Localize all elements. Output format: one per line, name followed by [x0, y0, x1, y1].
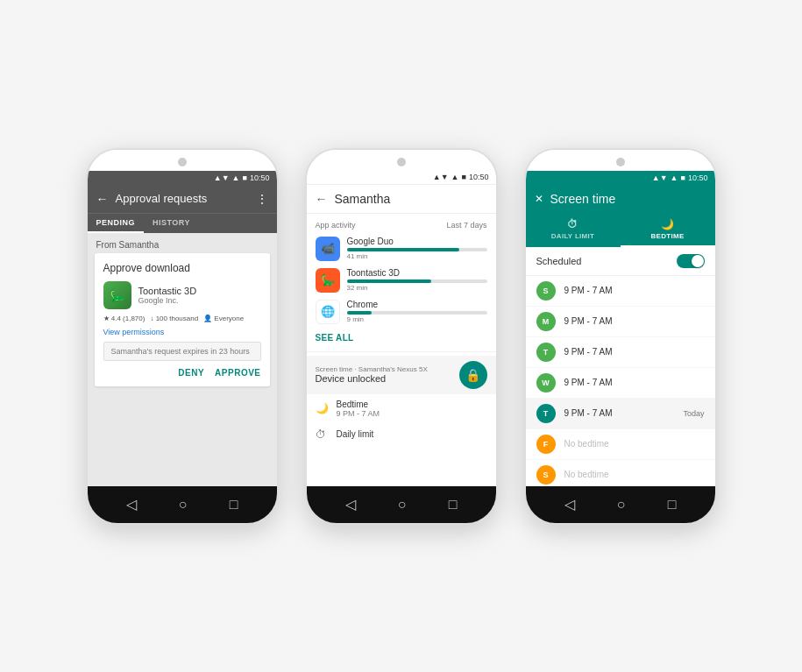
- day-row-sat[interactable]: S No bedtime: [526, 460, 715, 486]
- chrome-name: Chrome: [347, 300, 487, 309]
- toggle-knob: [692, 255, 704, 267]
- nav-recents-3[interactable]: □: [668, 497, 677, 513]
- time-3: 10:50: [688, 173, 708, 182]
- back-icon-2[interactable]: ←: [316, 192, 328, 206]
- activity-label: App activity: [316, 221, 356, 230]
- scheduled-label: Scheduled: [536, 256, 582, 266]
- day-row-thu[interactable]: T 9 PM - 7 AM Today: [526, 399, 715, 429]
- see-all-button[interactable]: SEE ALL: [307, 328, 496, 348]
- setting-info-bedtime: Bedtime 9 PM - 7 AM: [337, 400, 380, 418]
- chrome-time: 9 min: [347, 315, 487, 323]
- bedtime-value: 9 PM - 7 AM: [337, 409, 380, 418]
- phone-screen-1: ▲▼ ▲ ■ 10:50 ← Approval requests ⋮ PENDI…: [88, 171, 277, 486]
- btn-row: DENY APPROVE: [103, 368, 261, 378]
- nav-back-1[interactable]: ◁: [126, 496, 137, 513]
- toontastic-details: Toontastic 3D 32 min: [347, 268, 487, 292]
- toontastic-name: Toontastic 3D: [347, 268, 487, 278]
- time-1: 10:50: [250, 173, 270, 182]
- section-header: App activity Last 7 days: [307, 214, 496, 233]
- phone-top-bar-1: [88, 150, 277, 171]
- toontastic-progress-fill: [347, 279, 431, 283]
- day-row-sun[interactable]: S 9 PM - 7 AM: [526, 276, 715, 307]
- chrome-icon: 🌐: [316, 300, 340, 324]
- camera-2: [397, 158, 406, 166]
- deny-button[interactable]: DENY: [178, 368, 204, 378]
- nav-home-1[interactable]: ○: [179, 497, 188, 513]
- tab-pending[interactable]: PENDING: [88, 214, 145, 233]
- day-time-thu: 9 PM - 7 AM: [564, 408, 675, 418]
- day-circle-thu: T: [536, 404, 556, 423]
- tab-history[interactable]: HISTORY: [144, 214, 199, 233]
- phone-bottom-2: ◁ ○ □: [307, 486, 496, 523]
- battery-icon-3: ■: [681, 173, 685, 182]
- app-bar-title-3: Screen time: [550, 192, 706, 206]
- period-label: Last 7 days: [446, 221, 486, 230]
- time-2: 10:50: [469, 173, 489, 181]
- day-time-sun: 9 PM - 7 AM: [564, 286, 705, 295]
- audience: 👤 Everyone: [203, 315, 244, 322]
- signal-icon-3: ▲▼: [652, 173, 668, 182]
- day-row-wed[interactable]: W 9 PM - 7 AM: [526, 368, 715, 399]
- back-icon-1[interactable]: ←: [96, 192, 109, 206]
- nav-recents-1[interactable]: □: [230, 497, 238, 513]
- lock-icon[interactable]: 🔒: [459, 361, 487, 389]
- day-row-tue[interactable]: T 9 PM - 7 AM: [526, 337, 715, 368]
- bedtime-icon: 🌙: [316, 402, 330, 414]
- scheduled-toggle[interactable]: [677, 254, 705, 268]
- day-circle-wed: W: [536, 373, 556, 393]
- tab-daily-limit[interactable]: ⏱ DAILY LIMIT: [526, 213, 621, 247]
- phone-screen-3: ▲▼ ▲ ■ 10:50 ✕ Screen time ⏱ DAILY LIMIT…: [526, 171, 715, 486]
- day-circle-tue: T: [536, 343, 556, 362]
- wifi-icon-1: ▲: [232, 173, 240, 182]
- approval-card: Approve download 🦕 Toontastic 3D Google …: [95, 253, 270, 386]
- setting-bedtime[interactable]: 🌙 Bedtime 9 PM - 7 AM: [307, 394, 496, 423]
- day-time-wed: 9 PM - 7 AM: [564, 378, 705, 387]
- nav-recents-2[interactable]: □: [449, 497, 458, 513]
- phone-screentime: ▲▼ ▲ ■ 10:50 ✕ Screen time ⏱ DAILY LIMIT…: [524, 148, 717, 525]
- day-row-fri[interactable]: F No bedtime: [526, 429, 715, 460]
- toontastic-time: 32 min: [347, 284, 487, 292]
- from-label: From Samantha: [88, 233, 277, 253]
- tab-bedtime[interactable]: 🌙 BEDTIME: [621, 213, 715, 247]
- chrome-progress-fill: [347, 311, 373, 315]
- duo-time: 41 min: [347, 252, 487, 260]
- device-info: Screen time · Samantha's Nexus 5X Device…: [316, 365, 428, 384]
- content-2: App activity Last 7 days 📹 Google Duo 41…: [307, 214, 496, 486]
- day-time-mon: 9 PM - 7 AM: [564, 316, 705, 326]
- nav-home-3[interactable]: ○: [617, 497, 626, 513]
- app-info: Toontastic 3D Google Inc.: [138, 286, 197, 305]
- bedtime-label: Bedtime: [337, 400, 380, 409]
- app-item-duo: 📹 Google Duo 41 min: [307, 233, 496, 265]
- phone-bottom-1: ◁ ○ □: [88, 486, 277, 523]
- camera-1: [178, 158, 187, 166]
- toontastic-progress-bg: [347, 279, 487, 283]
- expiry-box: Samantha's request expires in 23 hours: [103, 342, 261, 361]
- view-permissions-link[interactable]: View permissions: [103, 328, 261, 336]
- divider-1: [307, 351, 496, 352]
- phone-samantha: ▲▼ ▲ ■ 10:50 ← Samantha App activity Las…: [305, 148, 498, 525]
- duo-details: Google Duo 41 min: [347, 237, 487, 260]
- signal-icon-2: ▲▼: [433, 173, 449, 181]
- content-1: From Samantha Approve download 🦕 Toontas…: [88, 233, 277, 486]
- rating-row: ★ 4.4 (1,870) ↓ 100 thousand 👤 Everyone: [103, 315, 261, 322]
- phone-bottom-3: ◁ ○ □: [526, 486, 715, 523]
- day-row-mon[interactable]: M 9 PM - 7 AM: [526, 307, 715, 337]
- duo-name: Google Duo: [347, 237, 487, 246]
- phone-top-bar-3: [526, 150, 715, 171]
- setting-daily[interactable]: ⏱ Daily limit: [307, 423, 496, 446]
- duo-progress-bg: [347, 248, 487, 251]
- phone-approval: ▲▼ ▲ ■ 10:50 ← Approval requests ⋮ PENDI…: [86, 148, 279, 525]
- app-bar-1: ← Approval requests ⋮: [88, 185, 277, 213]
- approve-button[interactable]: APPROVE: [215, 368, 260, 378]
- daily-label: Daily limit: [337, 429, 374, 439]
- day-circle-mon: M: [536, 312, 556, 331]
- more-icon-1[interactable]: ⋮: [256, 192, 268, 206]
- camera-3: [616, 158, 625, 166]
- close-icon-3[interactable]: ✕: [535, 193, 543, 205]
- daily-icon: ⏱: [316, 428, 330, 441]
- nav-back-2[interactable]: ◁: [345, 496, 356, 513]
- nav-back-3[interactable]: ◁: [564, 496, 575, 513]
- status-bar-1: ▲▼ ▲ ■ 10:50: [88, 171, 277, 185]
- nav-home-2[interactable]: ○: [398, 497, 407, 513]
- daily-limit-label: DAILY LIMIT: [551, 232, 595, 240]
